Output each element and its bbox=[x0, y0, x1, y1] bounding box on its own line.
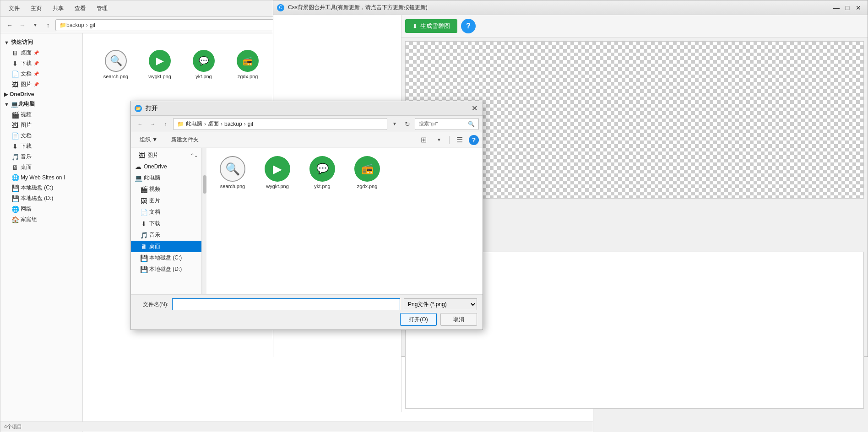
dl-icon: ⬇ bbox=[11, 143, 19, 150]
dialog-sidebar-item-thispc[interactable]: 💻 此电脑 bbox=[131, 172, 201, 184]
filename-row: 文件名(N): Png文件 (*.png) 所有文件 (*.*) bbox=[136, 298, 477, 310]
file-item-zgdx[interactable]: 📻 zgdx.png bbox=[229, 48, 266, 81]
dialog-up-btn[interactable]: ↑ bbox=[160, 119, 171, 130]
dialog-sidebar-item-desktop[interactable]: 🖥 桌面 bbox=[131, 241, 201, 252]
dialog-buttons: 打开(O) 取消 bbox=[136, 313, 477, 326]
dialog-sidebar-item-diskc[interactable]: 💾 本地磁盘 (C:) bbox=[131, 252, 201, 264]
sidebar-item-desktop2[interactable]: 🖥 桌面 bbox=[0, 162, 82, 173]
dlg-dl-icon: ⬇ bbox=[140, 220, 147, 227]
download-icon-btn: ⬇ bbox=[412, 23, 418, 30]
sidebar-item-docs[interactable]: 📄 文档 📌 bbox=[0, 69, 82, 79]
filetype-select[interactable]: Png文件 (*.png) 所有文件 (*.*) bbox=[404, 298, 477, 310]
sidebar-item-disk-d[interactable]: 💾 本地磁盘 (D:) bbox=[0, 193, 82, 204]
dialog-sidebar-item-video[interactable]: 🎬 视频 bbox=[131, 184, 201, 195]
file-item-wygkt[interactable]: ▶ wygkt.png bbox=[141, 48, 178, 81]
disk-c-icon: 💾 bbox=[11, 184, 19, 192]
pin-icon: 📌 bbox=[33, 50, 39, 55]
pics-icon: 🖼 bbox=[11, 81, 19, 88]
dialog-sidebar-item-onedrive[interactable]: ☁ OneDrive bbox=[131, 161, 201, 172]
dialog-zgdx-icon: 📻 bbox=[354, 156, 380, 182]
sidebar-item-disk-c[interactable]: 💾 本地磁盘 (C:) bbox=[0, 183, 82, 193]
address-icon: 📁 bbox=[60, 22, 66, 28]
dialog-search[interactable]: 搜索"gif" 🔍 bbox=[415, 118, 479, 130]
maximize-btn[interactable]: □ bbox=[842, 2, 853, 13]
dialog-back-btn[interactable]: ← bbox=[135, 119, 146, 130]
dialog-address-path[interactable]: 📁 此电脑 › 桌面 › backup › gif bbox=[173, 118, 387, 130]
dialog-forward-btn[interactable]: → bbox=[147, 119, 158, 130]
filename-input[interactable] bbox=[172, 298, 400, 310]
file-name-search: search.png bbox=[103, 74, 128, 79]
this-pc-header[interactable]: ▼ 💻 此电脑 bbox=[0, 99, 82, 109]
dialog-footer: 文件名(N): Png文件 (*.png) 所有文件 (*.*) 打开(O) 取… bbox=[131, 294, 483, 329]
file-item-ykt[interactable]: 💬 ykt.png bbox=[185, 48, 222, 81]
onedrive-label: OneDrive bbox=[10, 91, 34, 97]
search-file-icon: 🔍 bbox=[105, 50, 127, 72]
sidebar-item-mywebsites[interactable]: 🌐 My Web Sites on I bbox=[0, 173, 82, 183]
sidebar-item-video[interactable]: 🎬 视频 bbox=[0, 109, 82, 120]
css-tool-titlebar: C Css背景图合并工具(有新更新，请点击下方更新按钮更新) — □ ✕ bbox=[273, 0, 868, 15]
cancel-btn[interactable]: 取消 bbox=[440, 313, 477, 326]
sidebar-item-dl[interactable]: ⬇ 下载 bbox=[0, 141, 82, 151]
sidebar-item-pics[interactable]: 🖼 图片 📌 bbox=[0, 79, 82, 90]
dialog-file-name-search: search.png bbox=[220, 184, 245, 189]
onedrive-header[interactable]: ▶ OneDrive bbox=[0, 90, 82, 99]
back-btn[interactable]: ← bbox=[4, 20, 15, 31]
tab-share[interactable]: 共享 bbox=[48, 3, 68, 14]
sidebar-item-documents[interactable]: 📄 文档 bbox=[0, 130, 82, 141]
sidebar-item-pictures[interactable]: 🖼 图片 bbox=[0, 120, 82, 130]
close-btn[interactable]: ✕ bbox=[853, 2, 864, 13]
help-btn[interactable]: ? bbox=[461, 19, 476, 33]
help-dialog-btn[interactable]: ? bbox=[469, 135, 479, 145]
sidebar-item-homegroup[interactable]: 🏠 家庭组 bbox=[0, 214, 82, 225]
dialog-refresh-btn[interactable]: ↻ bbox=[402, 119, 413, 130]
organize-btn[interactable]: 组织 ▼ bbox=[135, 134, 163, 146]
dialog-sidebar-item-docs[interactable]: 📄 文档 bbox=[131, 206, 201, 218]
dialog-file-wygkt[interactable]: ▶ wygkt.png bbox=[257, 153, 298, 192]
dialog-title: 打开 bbox=[146, 104, 470, 113]
dialog-file-ykt[interactable]: 💬 ykt.png bbox=[302, 153, 343, 192]
desktop-icon: 🖥 bbox=[11, 49, 19, 57]
tab-view[interactable]: 查看 bbox=[70, 3, 90, 14]
tab-manage[interactable]: 管理 bbox=[92, 3, 112, 14]
dialog-addr-dropdown[interactable]: ▼ bbox=[389, 119, 400, 130]
sidebar-item-desktop[interactable]: 🖥 桌面 📌 bbox=[0, 48, 82, 58]
quick-access-label: 快速访问 bbox=[11, 38, 33, 46]
dialog-sidebar-item-pics2[interactable]: 🖼 图片 bbox=[131, 195, 201, 206]
video-icon: 🎬 bbox=[11, 111, 19, 119]
network-icon: 🌐 bbox=[11, 205, 19, 213]
dialog-close-btn[interactable]: ✕ bbox=[470, 104, 479, 113]
pin-icon-4: 📌 bbox=[33, 82, 39, 87]
view-details-btn[interactable]: ☰ bbox=[454, 135, 465, 146]
dialog-file-zgdx[interactable]: 📻 zgdx.png bbox=[347, 153, 388, 192]
forward-btn[interactable]: → bbox=[17, 20, 28, 31]
up-btn[interactable]: ↑ bbox=[43, 20, 54, 31]
view-grid-btn[interactable]: ⊞ bbox=[417, 134, 430, 146]
dlg-video-icon: 🎬 bbox=[140, 186, 147, 193]
dialog-sidebar-scrollbar[interactable] bbox=[202, 148, 206, 294]
homegroup-icon: 🏠 bbox=[11, 216, 19, 223]
file-name-zgdx: zgdx.png bbox=[238, 74, 258, 79]
dlg-pics-icon: 🖼 bbox=[138, 152, 146, 159]
dialog-file-search[interactable]: 🔍 search.png bbox=[212, 153, 253, 192]
open-btn[interactable]: 打开(O) bbox=[400, 313, 437, 326]
file-item-search[interactable]: 🔍 search.png bbox=[98, 48, 134, 81]
view-dropdown-btn[interactable]: ▼ bbox=[434, 135, 445, 146]
explorer-sidebar: ▼ 快速访问 🖥 桌面 📌 ⬇ 下载 📌 📄 文档 📌 🖼 图片 � bbox=[0, 33, 83, 432]
dialog-sidebar-item-music[interactable]: 🎵 音乐 bbox=[131, 229, 201, 241]
scrollbar-thumb bbox=[203, 175, 206, 194]
dialog-sidebar-item-diskd[interactable]: 💾 本地磁盘 (D:) bbox=[131, 264, 201, 275]
sidebar-item-downloads[interactable]: ⬇ 下载 📌 bbox=[0, 58, 82, 69]
sidebar-item-music[interactable]: 🎵 音乐 bbox=[0, 151, 82, 162]
tab-home[interactable]: 主页 bbox=[26, 3, 46, 14]
dlg-music-icon: 🎵 bbox=[140, 232, 147, 239]
minimize-btn[interactable]: — bbox=[831, 2, 842, 13]
dialog-sidebar-item-downloads[interactable]: ⬇ 下载 bbox=[131, 218, 201, 229]
sidebar-item-network[interactable]: 🌐 网络 bbox=[0, 204, 82, 214]
generate-btn[interactable]: ⬇ 生成雪碧图 bbox=[405, 19, 457, 33]
dialog-sidebar-item-pictures[interactable]: 🖼 图片 ⌃⌄ bbox=[131, 150, 201, 161]
tab-file[interactable]: 文件 bbox=[4, 3, 24, 14]
dropdown-btn[interactable]: ▼ bbox=[30, 20, 41, 31]
quick-access-header[interactable]: ▼ 快速访问 bbox=[0, 37, 82, 48]
dialog-icon: 📂 bbox=[135, 105, 142, 112]
new-folder-btn[interactable]: 新建文件夹 bbox=[166, 134, 204, 146]
